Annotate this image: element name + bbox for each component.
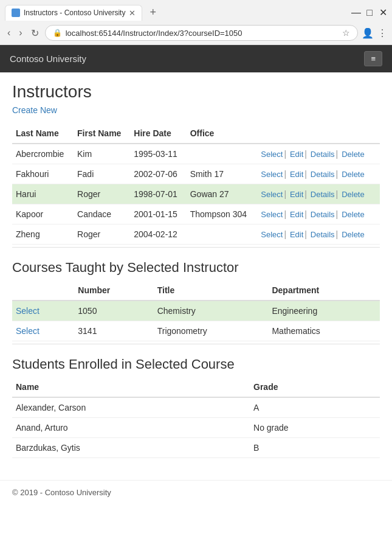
bookmark-icon[interactable]: ☆ — [342, 28, 350, 38]
courses-col-title: Title — [154, 280, 269, 301]
instructor-edit-link[interactable]: Edit — [290, 210, 303, 219]
nav-title: Contoso University — [10, 54, 86, 64]
nav-toggle-button[interactable]: ≡ — [364, 51, 382, 66]
instructor-delete-link[interactable]: Delete — [342, 230, 365, 239]
instructor-details-link[interactable]: Details — [311, 210, 335, 219]
instructor-last-name: Fakhouri — [12, 164, 74, 184]
instructor-select-link[interactable]: Select — [261, 230, 283, 239]
courses-section-title: Courses Taught by Selected Instructor — [12, 260, 380, 276]
instructor-last-name: Zheng — [12, 224, 74, 245]
student-grade: A — [250, 397, 380, 418]
browser-tab[interactable]: Instructors - Contoso University ✕ — [5, 5, 142, 21]
profile-icon[interactable]: 👤 — [362, 27, 374, 39]
url-text: localhost:65144/Instructor/Index/3?cours… — [66, 29, 339, 38]
address-bar[interactable]: 🔒 localhost:65144/Instructor/Index/3?cou… — [45, 25, 358, 41]
maximize-button[interactable]: □ — [365, 9, 374, 17]
instructor-last-name: Harui — [12, 184, 74, 204]
instructor-hire-date: 2001-01-15 — [130, 204, 186, 224]
footer: © 2019 - Contoso University — [0, 480, 392, 504]
instructor-office — [187, 144, 258, 164]
instructor-actions: Select| Edit| Details| Delete — [257, 224, 380, 245]
instructor-select-link[interactable]: Select — [261, 210, 283, 219]
instructor-select-link[interactable]: Select — [261, 190, 283, 199]
courses-col-department: Department — [268, 280, 380, 301]
instructor-actions: Select| Edit| Details| Delete — [257, 164, 380, 184]
back-button[interactable]: ‹ — [5, 26, 13, 40]
instructor-delete-link[interactable]: Delete — [342, 170, 365, 179]
col-office: Office — [187, 123, 258, 144]
student-name: Alexander, Carson — [12, 397, 250, 418]
instructor-first-name: Candace — [74, 204, 130, 224]
instructor-actions: Select| Edit| Details| Delete — [257, 204, 380, 224]
instructor-details-link[interactable]: Details — [311, 230, 335, 239]
student-name: Barzdukas, Gytis — [12, 438, 250, 458]
student-row: Alexander, Carson A — [12, 397, 380, 418]
browser-chrome: Instructors - Contoso University ✕ + — □… — [0, 0, 392, 45]
course-select-link[interactable]: Select — [16, 306, 40, 316]
instructor-select-link[interactable]: Select — [261, 150, 283, 159]
instructor-details-link[interactable]: Details — [311, 170, 335, 179]
tab-close-icon[interactable]: ✕ — [129, 9, 136, 18]
instructor-last-name: Kapoor — [12, 204, 74, 224]
instructor-edit-link[interactable]: Edit — [290, 190, 303, 199]
refresh-button[interactable]: ↻ — [29, 26, 41, 40]
page-heading: Instructors — [12, 82, 380, 102]
instructor-details-link[interactable]: Details — [311, 150, 335, 159]
courses-table: Number Title Department Select 1050 Chem… — [12, 280, 380, 341]
student-grade: No grade — [250, 418, 380, 438]
course-row: Select 3141 Trigonometry Mathematics — [12, 321, 380, 341]
instructor-delete-link[interactable]: Delete — [342, 190, 365, 199]
instructor-office: Gowan 27 — [187, 184, 258, 204]
student-name: Anand, Arturo — [12, 418, 250, 438]
students-section-title: Students Enrolled in Selected Course — [12, 356, 380, 372]
course-select-link[interactable]: Select — [16, 326, 40, 336]
main-content: Instructors Create New Last Name First N… — [0, 72, 392, 470]
students-col-name: Name — [12, 377, 250, 397]
instructor-first-name: Fadi — [74, 164, 130, 184]
course-department: Mathematics — [268, 321, 380, 341]
instructor-delete-link[interactable]: Delete — [342, 150, 365, 159]
col-first-name: First Name — [74, 123, 130, 144]
instructor-edit-link[interactable]: Edit — [290, 150, 303, 159]
instructor-select-link[interactable]: Select — [261, 170, 283, 179]
course-select-cell: Select — [12, 301, 74, 321]
instructor-row: Zheng Roger 2004-02-12 Select| Edit| Det… — [12, 224, 380, 245]
student-grade: B — [250, 438, 380, 458]
create-new-link[interactable]: Create New — [12, 105, 57, 115]
instructor-edit-link[interactable]: Edit — [290, 230, 303, 239]
instructor-details-link[interactable]: Details — [311, 190, 335, 199]
instructor-delete-link[interactable]: Delete — [342, 210, 365, 219]
instructor-first-name: Roger — [74, 224, 130, 245]
instructor-actions: Select| Edit| Details| Delete — [257, 144, 380, 164]
student-row: Anand, Arturo No grade — [12, 418, 380, 438]
divider-2 — [12, 344, 380, 344]
instructor-row: Kapoor Candace 2001-01-15 Thompson 304 S… — [12, 204, 380, 224]
courses-col-select — [12, 280, 74, 301]
course-row: Select 1050 Chemistry Engineering — [12, 301, 380, 321]
students-col-grade: Grade — [250, 377, 380, 397]
minimize-button[interactable]: — — [352, 9, 360, 17]
course-department: Engineering — [268, 301, 380, 321]
menu-icon[interactable]: ⋮ — [377, 27, 387, 39]
instructor-office: Smith 17 — [187, 164, 258, 184]
student-row: Barzdukas, Gytis B — [12, 438, 380, 458]
instructor-first-name: Roger — [74, 184, 130, 204]
col-hire-date: Hire Date — [130, 123, 186, 144]
course-number: 3141 — [74, 321, 153, 341]
course-select-cell: Select — [12, 321, 74, 341]
students-table: Name Grade Alexander, Carson A Anand, Ar… — [12, 377, 380, 458]
instructor-hire-date: 1998-07-01 — [130, 184, 186, 204]
new-tab-button[interactable]: + — [145, 4, 161, 21]
col-last-name: Last Name — [12, 123, 74, 144]
instructor-hire-date: 2004-02-12 — [130, 224, 186, 245]
instructor-edit-link[interactable]: Edit — [290, 170, 303, 179]
instructor-row: Harui Roger 1998-07-01 Gowan 27 Select| … — [12, 184, 380, 204]
divider-1 — [12, 247, 380, 248]
instructor-hire-date: 1995-03-11 — [130, 144, 186, 164]
tab-favicon — [12, 9, 20, 17]
instructor-hire-date: 2002-07-06 — [130, 164, 186, 184]
instructor-first-name: Kim — [74, 144, 130, 164]
forward-button[interactable]: › — [16, 26, 24, 40]
close-button[interactable]: ✕ — [379, 9, 387, 17]
course-title: Chemistry — [154, 301, 269, 321]
